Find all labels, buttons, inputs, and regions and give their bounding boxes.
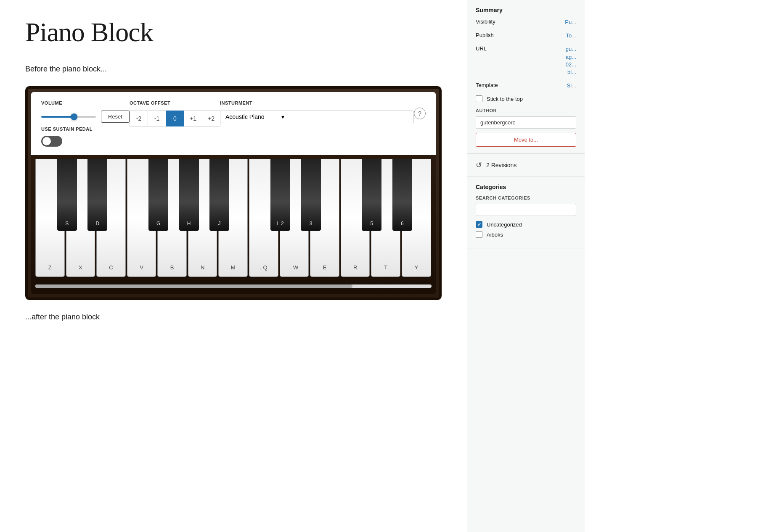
instrument-group: INSTURMENT Acoustic Piano ▾ [220, 100, 414, 123]
white-key-n-label: N [201, 264, 204, 271]
category-uncategorized-checkbox[interactable] [476, 221, 482, 228]
octave-label: OCTAVE OFFSET [130, 100, 220, 105]
white-key-m-label: M [231, 264, 236, 271]
author-field[interactable]: gutenbergcore [476, 116, 576, 129]
instrument-value: Acoustic Piano [225, 113, 265, 120]
sidebar: Summary Visibility Pu... Publish To... U… [467, 0, 585, 532]
white-key-x-label: X [79, 264, 82, 271]
url-row: URL gu...ag...02...bl... [476, 45, 576, 76]
template-value[interactable]: Si... [567, 82, 576, 90]
after-text: ...after the piano block [25, 313, 442, 321]
category-aiboks: Aiboks [476, 231, 576, 238]
piano-controls: VOLUME Reset OCTAVE OFFSET -2 [31, 92, 436, 155]
publish-row: Publish To... [476, 32, 576, 40]
visibility-label: Visibility [476, 18, 495, 25]
visibility-value[interactable]: Pu... [565, 18, 576, 26]
white-key-dot-w-label: . W [290, 264, 299, 271]
template-label: Template [476, 82, 498, 88]
categories-title: Categories [476, 184, 576, 190]
sustain-section: USE SUSTAIN PEDAL [41, 126, 426, 147]
black-key-3[interactable]: 3 [301, 159, 320, 231]
black-key-l2-label: L 2 [277, 221, 283, 226]
category-aiboks-label: Aiboks [487, 232, 503, 238]
black-key-3-label: 3 [310, 221, 313, 226]
keys-area: Z X C V [35, 159, 432, 281]
move-to-label: Move to [514, 137, 533, 143]
instrument-label: INSTURMENT [220, 100, 414, 105]
move-to-button[interactable]: Move to... [476, 133, 576, 147]
piano-scrollbar[interactable] [35, 284, 432, 288]
white-key-r-label: R [353, 264, 357, 271]
black-key-6-label: 6 [401, 221, 404, 226]
black-key-d[interactable]: D [87, 159, 107, 231]
black-key-l2[interactable]: L 2 [270, 159, 290, 231]
revisions-row[interactable]: ↺ 2 Revisions [467, 154, 585, 177]
volume-group: VOLUME Reset [41, 100, 130, 123]
instrument-select[interactable]: Acoustic Piano ▾ [220, 111, 414, 123]
black-key-6[interactable]: 6 [392, 159, 412, 231]
white-key-t-label: T [384, 264, 387, 271]
black-key-h[interactable]: H [179, 159, 199, 231]
category-aiboks-checkbox[interactable] [476, 231, 482, 238]
oct-btn-zero[interactable]: 0 [166, 111, 184, 126]
main-content: Piano Block Before the piano block... VO… [0, 0, 467, 532]
summary-section: Summary Visibility Pu... Publish To... U… [467, 0, 585, 154]
volume-slider-row: Reset [41, 111, 130, 123]
white-key-v-label: V [140, 264, 143, 271]
octave-group: OCTAVE OFFSET -2 -1 0 +1 +2 [130, 100, 220, 126]
black-key-g-label: G [156, 221, 160, 226]
white-key-z-label: Z [48, 264, 52, 271]
template-row: Template Si... [476, 82, 576, 90]
reset-button[interactable]: Reset [101, 111, 130, 123]
oct-btn-minus1[interactable]: -1 [148, 111, 166, 126]
volume-slider-track[interactable] [41, 116, 96, 118]
oct-btn-minus2[interactable]: -2 [130, 111, 148, 126]
oct-btn-plus1[interactable]: +1 [184, 111, 202, 126]
category-uncategorized: Uncategorized [476, 221, 576, 228]
black-key-d-label: D [95, 221, 99, 226]
url-value[interactable]: gu...ag...02...bl... [566, 45, 576, 76]
black-key-s[interactable]: S [57, 159, 77, 231]
sustain-label: USE SUSTAIN PEDAL [41, 126, 426, 132]
black-key-g[interactable]: G [148, 159, 168, 231]
instrument-arrow-icon: ▾ [281, 113, 284, 120]
search-categories-input[interactable] [476, 204, 576, 216]
stick-to-top-checkbox[interactable] [476, 95, 482, 102]
piano-outer: VOLUME Reset OCTAVE OFFSET -2 [25, 86, 442, 300]
piano-block: VOLUME Reset OCTAVE OFFSET -2 [25, 86, 442, 300]
volume-label: VOLUME [41, 100, 130, 105]
black-key-j-label: J [218, 221, 221, 226]
octave-buttons: -2 -1 0 +1 +2 [130, 111, 220, 126]
oct-btn-plus2[interactable]: +2 [202, 111, 220, 126]
categories-section: Categories SEARCH CATEGORIES Uncategoriz… [467, 177, 585, 248]
controls-top: VOLUME Reset OCTAVE OFFSET -2 [41, 100, 426, 126]
before-text: Before the piano block... [25, 65, 442, 74]
stick-to-top-label: Stick to the top [487, 96, 523, 102]
publish-label: Publish [476, 32, 494, 38]
black-key-h-label: H [187, 221, 191, 226]
help-button[interactable]: ? [414, 108, 426, 119]
black-key-5-label: 5 [371, 221, 373, 226]
black-key-5[interactable]: 5 [362, 159, 381, 231]
white-key-y-label: Y [414, 264, 418, 271]
page-title: Piano Block [25, 17, 442, 48]
publish-value[interactable]: To... [566, 32, 576, 40]
revisions-icon: ↺ [476, 161, 482, 170]
revisions-text: 2 Revisions [486, 162, 516, 169]
white-key-b-label: B [170, 264, 174, 271]
volume-slider-thumb [71, 113, 77, 120]
black-key-s-label: S [65, 221, 69, 226]
toggle-knob [42, 137, 51, 145]
category-uncategorized-label: Uncategorized [487, 221, 522, 228]
move-to-ellipsis: ... [533, 137, 538, 143]
black-key-j[interactable]: J [209, 159, 229, 231]
piano-scrollbar-thumb [35, 284, 352, 288]
white-key-e-label: E [323, 264, 327, 271]
white-key-c-label: C [109, 264, 113, 271]
url-label: URL [476, 45, 487, 52]
search-categories-label: SEARCH CATEGORIES [476, 195, 576, 200]
piano-keys-container: Z X C V [31, 155, 436, 294]
sustain-toggle[interactable] [41, 136, 62, 147]
visibility-row: Visibility Pu... [476, 18, 576, 26]
author-label: AUTHOR [476, 108, 576, 113]
